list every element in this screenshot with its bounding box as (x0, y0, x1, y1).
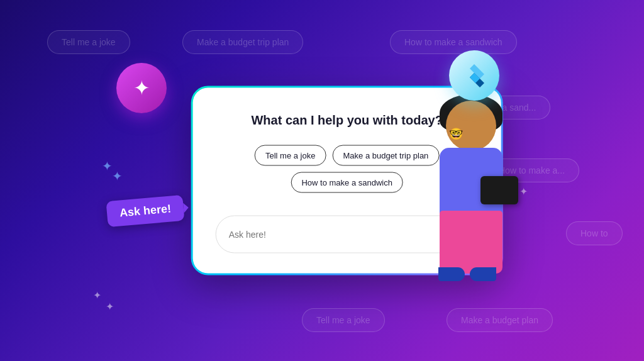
suggestion-sandwich[interactable]: How to make a sandwich (291, 172, 403, 193)
character-tablet (480, 176, 518, 204)
sparkle-decoration: ✦ (106, 301, 114, 313)
sparkle-icon: ✦ (133, 76, 150, 100)
suggestion-joke[interactable]: Tell me a joke (255, 145, 326, 166)
flutter-logo-icon (460, 62, 488, 89)
sparkle-decoration: ✦ (112, 169, 123, 184)
flutter-logo-circle (449, 50, 499, 101)
character-glasses: 🤓 (449, 127, 463, 141)
chat-input[interactable] (229, 230, 441, 240)
ask-here-label: Ask here! (119, 202, 171, 219)
sparkle-decoration: ✦ (102, 158, 113, 174)
character-shoe-right (470, 267, 496, 281)
sparkle-circle: ✦ (116, 63, 167, 113)
sparkle-decoration: ✦ (93, 289, 101, 301)
character-shoe-left (438, 267, 465, 281)
3d-character: 🤓 (421, 101, 521, 314)
character-pants (440, 211, 502, 274)
character-head (446, 101, 496, 151)
